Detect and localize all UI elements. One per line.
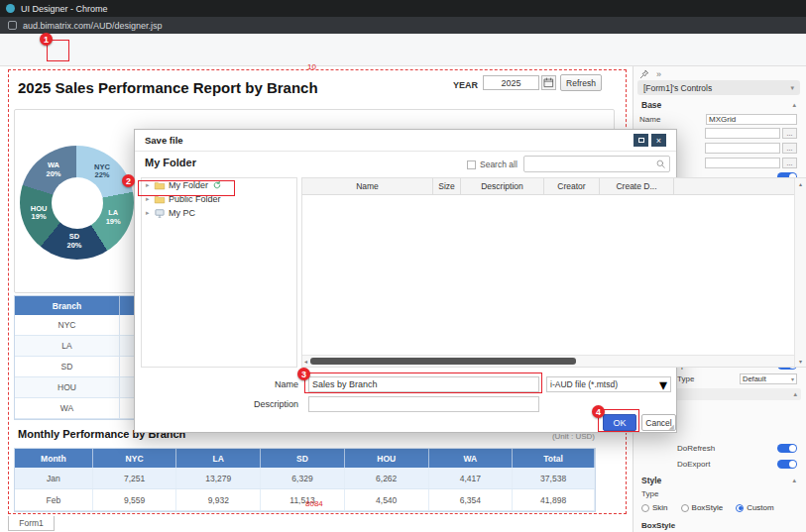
resize-grip[interactable]: ◢: [669, 423, 674, 431]
collapse-panel-icon[interactable]: »: [656, 69, 661, 79]
panel-dock-controls: »: [639, 69, 661, 79]
scroll-up-icon[interactable]: ▴: [799, 180, 802, 187]
search-icon[interactable]: [655, 159, 666, 169]
expand-icon[interactable]: ▸: [146, 195, 154, 203]
table-cell: 4,540: [345, 489, 429, 510]
calendar-button[interactable]: [541, 75, 556, 90]
annotation-step-2: 2: [122, 174, 135, 187]
dialog-titlebar: Save file ×: [135, 130, 676, 152]
scroll-left-icon[interactable]: ◂: [304, 358, 307, 365]
url-bar[interactable]: aud.bimatrix.com/AUD/designer.jsp: [0, 17, 806, 34]
column-header[interactable]: Total: [513, 449, 595, 468]
prop-input[interactable]: [705, 128, 780, 139]
app-icon: [6, 4, 15, 13]
dorefresh-toggle[interactable]: [777, 444, 797, 453]
year-label: YEAR: [453, 80, 478, 90]
description-input[interactable]: [308, 396, 539, 412]
expand-icon[interactable]: ▸: [146, 181, 154, 189]
folder-icon: [154, 194, 167, 205]
column-header[interactable]: Month: [15, 449, 93, 468]
boxstyle-label: BoxStyle: [641, 521, 675, 530]
column-header[interactable]: Branch: [15, 296, 120, 315]
description-field-label: Description: [241, 399, 298, 409]
list-column-header[interactable]: Description: [461, 178, 544, 194]
form-tab[interactable]: Form1: [8, 516, 55, 531]
file-name-input[interactable]: [308, 376, 539, 392]
radio-option-boxstyle[interactable]: BoxStyle: [681, 503, 724, 512]
ellipsis-button[interactable]: ...: [782, 143, 797, 154]
table-cell: Feb: [15, 489, 93, 510]
list-column-header[interactable]: Creator: [544, 178, 600, 194]
column-header[interactable]: HOU: [345, 449, 429, 468]
search-input[interactable]: [527, 160, 655, 169]
prop-input[interactable]: [706, 114, 797, 125]
prop-input[interactable]: [705, 158, 780, 168]
radio-option-custom[interactable]: Custom: [736, 503, 774, 512]
base-section-label: Base: [641, 100, 661, 110]
tree-item-public-folder[interactable]: ▸Public Folder: [142, 192, 296, 206]
style-section-header[interactable]: Style ▴: [637, 474, 800, 486]
ellipsis-button[interactable]: ...: [782, 128, 797, 139]
table-cell: 9,559: [93, 489, 177, 510]
donut-chart: NYC22%LA19%SD20%HOU19%WA20%: [20, 146, 134, 260]
tree-item-label: My Folder: [169, 180, 208, 190]
style-type-options: Skin BoxStyle Custom: [641, 503, 802, 512]
chevron-up-icon: ▴: [792, 101, 796, 109]
window-titlebar: UI Designer - Chrome: [0, 0, 806, 17]
ruler-value-top: 10: [307, 62, 316, 71]
radio-icon[interactable]: [681, 504, 689, 512]
horizontal-scrollbar[interactable]: ◂: [302, 355, 794, 367]
designer-toolbar: [0, 34, 806, 66]
donut-slice-label: SD20%: [66, 234, 81, 251]
prop-input[interactable]: [705, 143, 780, 154]
dialog-title: Save file: [145, 135, 183, 146]
window-title: UI Designer - Chrome: [21, 4, 108, 14]
column-header[interactable]: LA: [176, 449, 261, 468]
file-type-value: i-AUD file (*.mtsd): [550, 379, 659, 389]
file-list-header: NameSizeDescriptionCreatorCreate D...: [302, 178, 794, 195]
year-input[interactable]: [483, 75, 539, 90]
radio-icon-selected[interactable]: [736, 504, 744, 512]
vertical-scrollbar[interactable]: ▴▾: [794, 178, 806, 367]
radio-option-skin[interactable]: Skin: [641, 503, 668, 512]
annotation-step-1: 1: [40, 33, 53, 46]
style-section-label: Style: [641, 476, 661, 485]
refresh-icon[interactable]: [212, 180, 222, 190]
close-icon[interactable]: ×: [651, 134, 666, 147]
list-column-header[interactable]: Name: [302, 178, 433, 194]
refresh-button[interactable]: Refresh: [560, 74, 602, 91]
ok-button[interactable]: OK: [603, 414, 636, 431]
column-header[interactable]: SD: [261, 449, 345, 468]
scroll-down-icon[interactable]: ▾: [799, 358, 802, 365]
file-list: NameSizeDescriptionCreatorCreate D... ▴▾…: [301, 177, 806, 368]
list-column-header[interactable]: Create D...: [600, 178, 674, 194]
name-field-label: Name: [254, 379, 298, 389]
save-file-dialog: Save file × My Folder Search all ▸My Fol…: [134, 129, 677, 433]
ellipsis-button[interactable]: ...: [782, 158, 797, 168]
radio-icon[interactable]: [641, 504, 649, 512]
file-type-select[interactable]: i-AUD file (*.mtsd) ▾: [546, 376, 671, 392]
folder-icon: [154, 180, 167, 191]
doexport-toggle[interactable]: [777, 460, 797, 469]
doexport-row: DoExport: [636, 457, 803, 471]
maximize-icon[interactable]: [633, 134, 648, 147]
base-section-header[interactable]: Base ▴: [637, 98, 800, 111]
expand-icon[interactable]: ▸: [146, 209, 154, 217]
donut-slice-label: NYC22%: [94, 163, 110, 180]
tree-item-my-pc[interactable]: ▸My PC: [142, 206, 296, 220]
tree-item-label: Public Folder: [169, 194, 221, 204]
prop-row: Name: [636, 112, 803, 127]
radio-label: BoxStyle: [692, 503, 724, 512]
ruler-value-bottom: 8084: [305, 499, 323, 508]
controls-panel-header[interactable]: [Form1]'s Controls ▾: [637, 80, 800, 95]
pin-icon[interactable]: [639, 69, 649, 79]
column-header[interactable]: NYC: [93, 449, 177, 468]
calendar-icon: [543, 77, 554, 88]
donut-slice-label: HOU19%: [31, 205, 48, 222]
search-all-checkbox[interactable]: [467, 160, 476, 169]
prop-select[interactable]: Default▾: [740, 373, 797, 384]
column-header[interactable]: WA: [429, 449, 514, 468]
list-column-header[interactable]: Size: [433, 178, 461, 194]
scrollbar-thumb[interactable]: [310, 358, 576, 365]
tree-item-my-folder[interactable]: ▸My Folder: [142, 178, 296, 192]
